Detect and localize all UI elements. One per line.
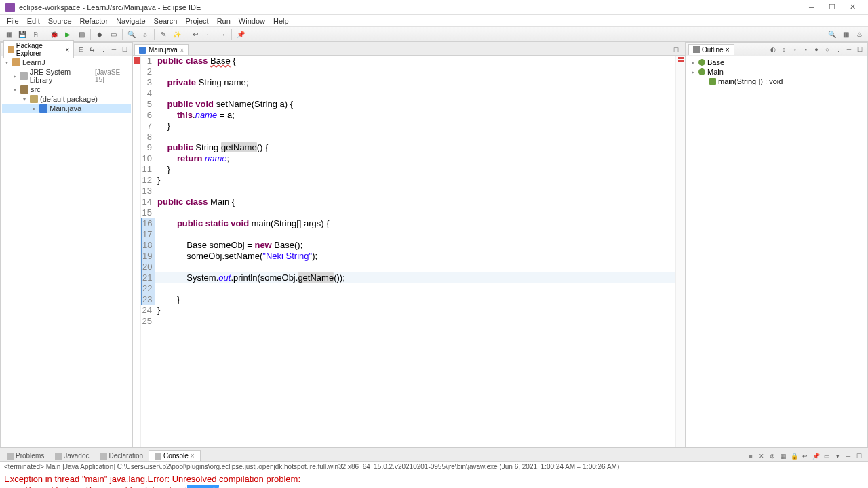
hide-local-button[interactable]: ○ (823, 45, 832, 54)
new-button[interactable]: ▦ (3, 28, 15, 41)
annotation-ruler[interactable] (133, 56, 141, 447)
bottom-tab-javadoc[interactable]: Javadoc (50, 451, 94, 461)
maximize-view-button[interactable]: ☐ (854, 451, 864, 461)
hide-static-button[interactable]: ▪ (801, 45, 810, 54)
menu-project[interactable]: Project (181, 17, 212, 25)
close-icon[interactable]: × (180, 47, 184, 54)
close-icon[interactable]: × (726, 46, 730, 54)
new-package-button[interactable]: ▭ (107, 28, 119, 41)
menu-bar: FileEditSourceRefactorNavigateSearchProj… (0, 15, 868, 27)
menu-source[interactable]: Source (44, 17, 76, 25)
minimize-button[interactable]: ─ (802, 1, 822, 14)
scroll-lock-button[interactable]: 🔒 (789, 451, 799, 461)
editor-tab-main[interactable]: Main.java × (134, 44, 189, 55)
outline-item[interactable]: ▸Base (687, 58, 866, 67)
bottom-tab-problems[interactable]: Problems (1, 451, 50, 461)
src-node[interactable]: ▾src (2, 85, 131, 94)
error-marker[interactable] (134, 57, 140, 64)
outline-tab[interactable]: Outline × (688, 44, 734, 55)
eclipse-icon (5, 3, 15, 12)
menu-navigate[interactable]: Navigate (112, 17, 149, 25)
title-bar: eclipse-workspace - LearnJ/src/Main.java… (0, 0, 868, 15)
menu-edit[interactable]: Edit (23, 17, 44, 25)
debug-button[interactable]: 🐞 (48, 28, 60, 41)
line-number-gutter[interactable]: 1234567891011121314151617181920212223242… (141, 56, 155, 447)
link-editor-button[interactable]: ⇆ (87, 45, 97, 54)
window-title: eclipse-workspace - LearnJ/src/Main.java… (19, 3, 802, 12)
view-menu-button[interactable]: ⋮ (98, 45, 108, 54)
maximize-button[interactable]: ☐ (822, 1, 842, 14)
pin-console-button[interactable]: 📌 (811, 451, 821, 461)
close-button[interactable]: ✕ (842, 1, 863, 14)
remove-all-button[interactable]: ⊗ (768, 451, 777, 461)
bottom-panel: ProblemsJavadocDeclarationConsole × ■ ✕ … (0, 447, 868, 488)
collapse-all-button[interactable]: ⊟ (77, 45, 86, 54)
outline-item[interactable]: ▸Main (687, 67, 866, 77)
outline-tree[interactable]: ▸Base▸Mainmain(String[]) : void (686, 56, 867, 87)
editor-area: Main.java × ☐ 12345678910111213141516171… (133, 42, 685, 447)
outline-item[interactable]: main(String[]) : void (687, 77, 866, 86)
back-button[interactable]: ← (203, 28, 215, 41)
java-file-icon (139, 47, 146, 54)
menu-help[interactable]: Help (269, 17, 293, 25)
pin-button[interactable]: 📌 (235, 28, 247, 41)
package-explorer-panel: Package Explorer × ⊟ ⇆ ⋮ ─ ☐ ▾LearnJ ▸JR… (0, 42, 133, 447)
save-button[interactable]: 💾 (16, 28, 28, 41)
open-console-button[interactable]: ▾ (833, 451, 842, 461)
java-file-node[interactable]: ▸Main.java (2, 104, 131, 113)
remove-terminated-button[interactable]: ✕ (757, 451, 766, 461)
close-icon[interactable]: × (65, 46, 69, 54)
hide-nonpublic-button[interactable]: ● (812, 45, 821, 54)
editor-tabs: Main.java × ☐ (133, 42, 685, 56)
code-editor[interactable]: public class Base { private String name;… (155, 56, 675, 447)
outline-panel: Outline × ◐ ↕ ▫ ▪ ● ○ ⋮ ─ ☐ ▸Base▸Mainma… (685, 42, 868, 447)
main-toolbar: ▦ 💾 ⎘ 🐞 ▶ ▤ ◆ ▭ 🔍 ⌕ ✎ ✨ ↩ ← → 📌 🔍 ▦ ♨ (0, 27, 868, 42)
menu-refactor[interactable]: Refactor (76, 17, 113, 25)
word-wrap-button[interactable]: ↩ (800, 451, 810, 461)
display-console-button[interactable]: ▭ (822, 451, 831, 461)
toggle-mark-button[interactable]: ✎ (157, 28, 170, 41)
run-button[interactable]: ▶ (62, 28, 74, 41)
save-all-button[interactable]: ⎘ (30, 28, 42, 41)
maximize-view-button[interactable]: ☐ (855, 45, 865, 54)
minimize-view-button[interactable]: ─ (844, 451, 853, 461)
quick-access-button[interactable]: 🔍 (826, 28, 838, 41)
focus-button[interactable]: ◐ (768, 45, 778, 54)
forward-button[interactable]: → (216, 28, 229, 41)
bottom-tab-console[interactable]: Console × (149, 450, 201, 461)
overview-ruler[interactable] (675, 56, 685, 447)
menu-run[interactable]: Run (213, 17, 235, 25)
terminate-button[interactable]: ■ (746, 451, 755, 461)
project-tree[interactable]: ▾LearnJ ▸JRE System Library[JavaSE-15] ▾… (1, 56, 132, 447)
search-button[interactable]: ⌕ (139, 28, 151, 41)
sort-button[interactable]: ↕ (779, 45, 789, 54)
minimize-view-button[interactable]: ─ (844, 45, 854, 54)
editor-tab-label: Main.java (149, 46, 178, 54)
console-output[interactable]: Exception in thread "main" java.lang.Err… (0, 472, 868, 488)
bottom-tab-declaration[interactable]: Declaration (95, 451, 149, 461)
bottom-tabs: ProblemsJavadocDeclarationConsole × ■ ✕ … (0, 448, 868, 462)
library-node[interactable]: ▸JRE System Library[JavaSE-15] (2, 67, 131, 85)
hide-fields-button[interactable]: ▫ (790, 45, 800, 54)
overview-error-marker[interactable] (678, 60, 684, 62)
package-node[interactable]: ▾(default package) (2, 94, 131, 104)
java-perspective-button[interactable]: ♨ (853, 28, 865, 41)
view-menu-button[interactable]: ⋮ (833, 45, 843, 54)
maximize-view-button[interactable]: ☐ (120, 45, 130, 54)
menu-window[interactable]: Window (235, 17, 269, 25)
new-class-button[interactable]: ◆ (94, 28, 106, 41)
overview-error-marker[interactable] (678, 57, 684, 59)
project-node[interactable]: ▾LearnJ (2, 58, 131, 67)
clear-console-button[interactable]: ▦ (778, 451, 788, 461)
minimize-view-button[interactable]: ─ (109, 45, 119, 54)
open-type-button[interactable]: 🔍 (125, 28, 138, 41)
console-launch-info: <terminated> Main [Java Application] C:\… (0, 462, 868, 472)
wand-button[interactable]: ✨ (171, 28, 183, 41)
menu-search[interactable]: Search (150, 17, 182, 25)
open-perspective-button[interactable]: ▦ (840, 28, 852, 41)
last-edit-button[interactable]: ↩ (189, 28, 201, 41)
package-explorer-tab[interactable]: Package Explorer × (3, 40, 74, 58)
menu-file[interactable]: File (3, 17, 23, 25)
coverage-button[interactable]: ▤ (75, 28, 87, 41)
maximize-editor-button[interactable]: ☐ (671, 45, 681, 55)
